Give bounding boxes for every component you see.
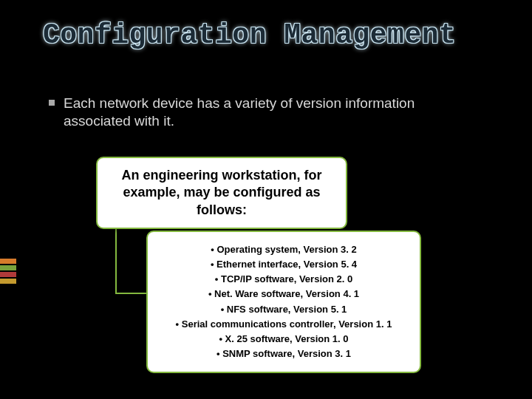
accent-bars: [0, 259, 16, 285]
bullet-square-icon: [49, 100, 55, 106]
callout-box-intro: An engineering workstation, for example,…: [96, 157, 347, 229]
accent-bar: [0, 259, 16, 264]
accent-bar: [0, 272, 16, 277]
list-item: • NFS software, Version 5. 1: [158, 302, 409, 317]
list-item: • Operating system, Version 3. 2: [158, 242, 409, 257]
callout-box-list: • Operating system, Version 3. 2 • Ether…: [146, 231, 421, 373]
connector-line: [115, 293, 148, 294]
list-item: • Serial communications controller, Vers…: [158, 317, 409, 332]
list-item: • X. 25 software, Version 1. 0: [158, 332, 409, 347]
list-item: • TCP/IP software, Version 2. 0: [158, 272, 409, 287]
bullet-text: Each network device has a variety of ver…: [64, 95, 415, 129]
slide-title: Configuration Management: [43, 19, 456, 51]
list-item: • SNMP software, Version 3. 1: [158, 347, 409, 361]
accent-bar: [0, 279, 16, 284]
body-bullet: Each network device has a variety of ver…: [64, 95, 477, 130]
accent-bar: [0, 265, 16, 270]
list-item: • Ethernet interface, Version 5. 4: [158, 257, 409, 272]
list-item: • Net. Ware software, Version 4. 1: [158, 287, 409, 301]
